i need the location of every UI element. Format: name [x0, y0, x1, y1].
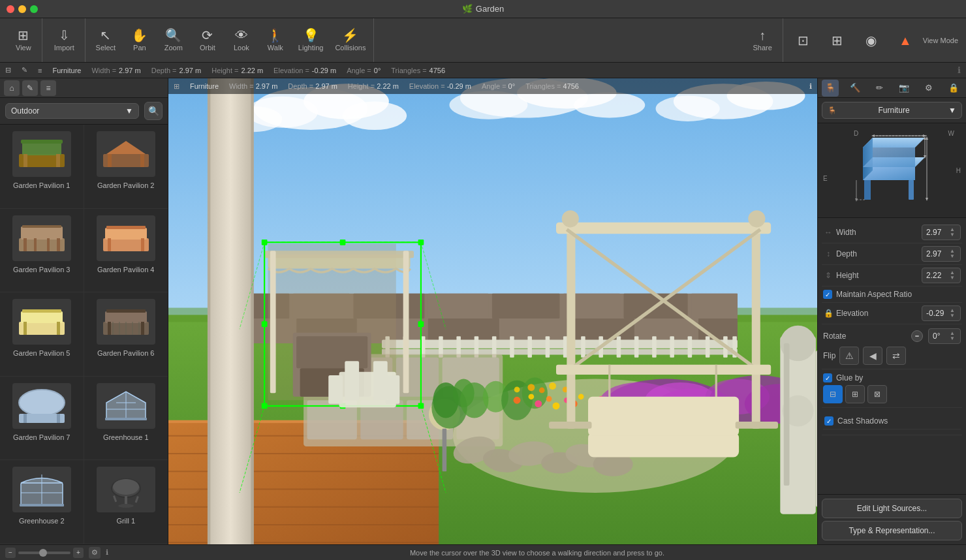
rotate-stepper[interactable]: ▲ ▼ — [948, 331, 956, 341]
info-icon: ℹ — [958, 65, 961, 75]
items-grid: Garden Pavilion 1 Garden Pavilion 2 — [0, 125, 168, 544]
panel-edit-btn[interactable]: ✏ — [871, 80, 888, 97]
category-dropdown[interactable]: Outdoor ▼ — [5, 103, 139, 119]
list-item[interactable]: Garden Pavilion 7 — [0, 377, 84, 461]
svg-rect-4 — [56, 154, 60, 167]
rotate-decrement-btn[interactable]: ▼ — [948, 336, 956, 341]
list-item[interactable]: Garden Pavilion 2 — [84, 125, 168, 209]
list-btn[interactable]: ≡ — [38, 67, 42, 74]
flip-v-icon: ◀ — [869, 350, 877, 361]
list-item[interactable]: Garden Pavilion 1 — [0, 125, 84, 209]
width-stepper[interactable]: ▲ ▼ — [948, 227, 956, 238]
orbit-button[interactable]: ⟳ Orbit — [191, 26, 224, 54]
list-item[interactable]: Garden Pavilion 3 — [0, 209, 84, 293]
panel-lock-btn[interactable]: 🔒 — [945, 80, 962, 97]
glue-ceiling-btn[interactable]: ⊠ — [867, 385, 887, 403]
flip-vertical-btn[interactable]: ◀ — [863, 347, 882, 365]
lighting-label: Lighting — [298, 44, 324, 52]
elevation-decrement-btn[interactable]: ▼ — [948, 313, 956, 319]
glue-checkbox[interactable]: ✓ — [823, 373, 832, 382]
svg-rect-225 — [909, 180, 914, 200]
sidebar-edit-btn[interactable]: ✎ — [22, 80, 38, 96]
type-representation-button[interactable]: Type & Representation... — [822, 521, 962, 540]
glue-wall-btn[interactable]: ⊞ — [845, 385, 865, 403]
svg-point-185 — [546, 396, 552, 402]
list-item[interactable]: Garden Pavilion 4 — [84, 209, 168, 293]
rotate-value-input[interactable]: 0° ▲ ▼ — [928, 328, 961, 344]
zoom-button[interactable]: 🔍 Zoom — [157, 26, 190, 54]
width-decrement-btn[interactable]: ▼ — [948, 232, 956, 238]
elevation-stepper[interactable]: ▲ ▼ — [948, 308, 956, 319]
panel-settings-btn[interactable]: ⚙ — [920, 80, 937, 97]
sidebar-toggle-btn[interactable]: ⊟ — [5, 66, 11, 74]
panel-furniture-btn[interactable]: 🪑 — [822, 80, 839, 97]
viewport-settings-btn[interactable]: ⚙ — [89, 547, 101, 559]
height-decrement-btn[interactable]: ▼ — [948, 275, 956, 281]
list-item[interactable]: Garden Pavilion 5 — [0, 292, 84, 377]
svg-point-61 — [450, 91, 528, 119]
viewport-object-label: ⊞ — [174, 82, 179, 91]
glue-floor-btn[interactable]: ⊟ — [823, 385, 843, 403]
list-item[interactable]: Greenhouse 1 — [84, 377, 168, 461]
cast-shadows-checkbox[interactable]: ✓ — [824, 416, 834, 426]
list-item[interactable]: Garden Pavilion 6 — [84, 292, 168, 377]
3d-viewport[interactable]: ⊞ Furniture Width = 2.97 m Depth = 2.97 … — [168, 78, 817, 544]
share-button[interactable]: ↑ Share — [745, 26, 779, 54]
cast-shadows-row: ✓ Cast Shadows — [823, 413, 961, 429]
svg-rect-95 — [527, 336, 532, 358]
pan-button[interactable]: ✋ Pan — [123, 26, 156, 54]
edit-light-sources-button[interactable]: Edit Light Sources... — [822, 499, 962, 518]
depth-stepper[interactable]: ▲ ▼ — [948, 249, 956, 259]
edit-panel-icon: ✏ — [876, 83, 883, 93]
zoom-slider[interactable] — [18, 552, 70, 554]
panel-build-btn[interactable]: 🔨 — [847, 80, 864, 97]
height-stepper[interactable]: ▲ ▼ — [948, 270, 956, 281]
look-button[interactable]: 👁 Look — [225, 26, 258, 54]
look-icon: 👁 — [235, 29, 248, 42]
item-thumbnail — [12, 467, 71, 512]
list-item[interactable]: Grill 1 — [84, 460, 168, 544]
rotate-dial[interactable] — [911, 330, 923, 342]
list-icon: ≡ — [38, 67, 42, 74]
edit-btn[interactable]: ✎ — [22, 66, 27, 74]
maximize-button[interactable] — [30, 5, 38, 13]
elevation-value-input[interactable]: -0.29 ▲ ▼ — [922, 305, 961, 321]
select-button[interactable]: ↖ Select — [89, 26, 122, 54]
height-value-input[interactable]: 2.22 ▲ ▼ — [922, 268, 961, 283]
depth-value-input[interactable]: 2.97 ▲ ▼ — [922, 246, 961, 262]
list-item[interactable]: Greenhouse 2 — [0, 460, 84, 544]
height-label: Height — [836, 271, 919, 280]
flip-diagonal-btn[interactable]: ⇄ — [886, 347, 906, 365]
zoom-in-btn[interactable]: + — [73, 548, 84, 558]
svg-rect-208 — [588, 397, 739, 436]
view-mode-3d-button[interactable]: ⊞ — [821, 31, 854, 50]
svg-point-58 — [343, 101, 407, 130]
search-button[interactable]: 🔍 — [144, 102, 163, 120]
furniture-dropdown[interactable]: 🪑 Furniture ▼ — [822, 102, 962, 119]
import-button[interactable]: ⇩ Import — [46, 26, 82, 54]
zoom-slider-thumb[interactable] — [39, 549, 47, 557]
depth-decrement-btn[interactable]: ▼ — [948, 254, 956, 259]
flip-horizontal-btn[interactable]: ⚠ — [839, 347, 859, 365]
svg-rect-38 — [57, 414, 60, 423]
maintain-aspect-ratio-checkbox[interactable]: ✓ — [823, 290, 832, 299]
sidebar-home-btn[interactable]: ⌂ — [4, 80, 20, 96]
viewport-width: Width = 2.97 m — [229, 82, 277, 90]
zoom-out-btn[interactable]: − — [5, 548, 16, 558]
view-button[interactable]: ⊞ View — [8, 26, 39, 54]
view-mode-render-button[interactable]: ◉ — [855, 31, 888, 50]
panel-camera-btn[interactable]: 📷 — [896, 80, 912, 97]
garden-pavilion-3-svg — [16, 219, 68, 258]
view-mode-live-button[interactable]: ▲ — [889, 31, 922, 50]
collisions-button[interactable]: ⚡ Collisions — [330, 26, 371, 54]
sidebar-list-btn[interactable]: ≡ — [40, 80, 56, 96]
window-controls[interactable] — [7, 5, 38, 13]
width-value-input[interactable]: 2.97 ▲ ▼ — [922, 225, 961, 240]
walk-button[interactable]: 🚶 Walk — [259, 26, 292, 54]
cast-shadows-section: ✓ Cast Shadows — [822, 408, 962, 435]
minimize-button[interactable] — [18, 5, 26, 13]
svg-rect-24 — [57, 322, 60, 335]
lighting-button[interactable]: 💡 Lighting — [293, 26, 329, 54]
view-mode-2d-button[interactable]: ⊡ — [787, 31, 820, 50]
close-button[interactable] — [7, 5, 14, 13]
